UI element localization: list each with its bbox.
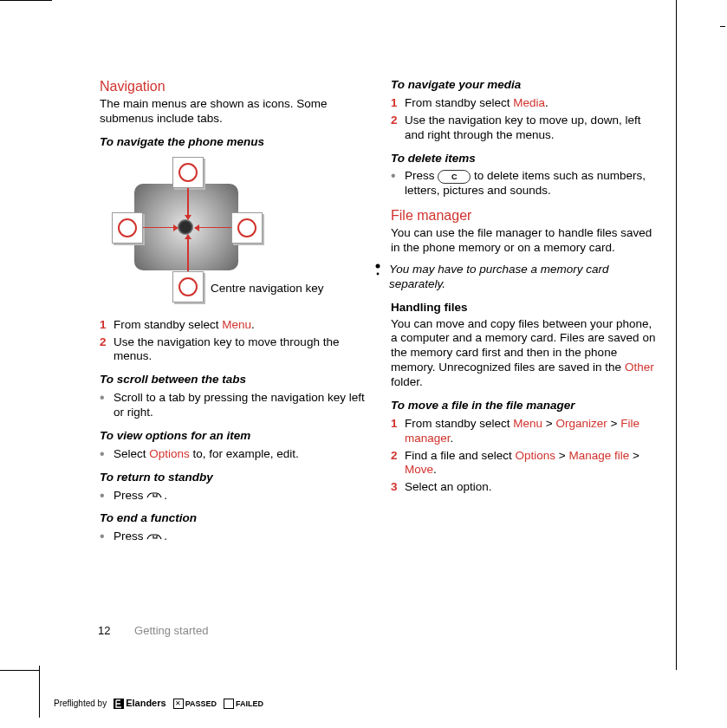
- step-number: 1: [391, 417, 398, 432]
- step-text: Use the navigation key to move through t…: [114, 335, 339, 363]
- handling-files-text: You can move and copy files between your…: [391, 317, 659, 390]
- text: folder.: [391, 375, 423, 388]
- step-text: Find a file and select Options > Manage …: [405, 449, 639, 477]
- centre-key-label: Centre navigation key: [211, 282, 324, 296]
- scroll-tabs-list: Scroll to a tab by pressing the navigati…: [100, 391, 368, 420]
- end-key-icon: [146, 491, 164, 500]
- arrow-down: [187, 235, 189, 271]
- arrow-up: [187, 188, 189, 219]
- text: Press: [405, 169, 438, 182]
- accent: Move: [405, 463, 433, 476]
- view-options-title: To view options for an item: [100, 429, 368, 444]
- elanders-logo: Elanders: [114, 698, 166, 710]
- step-text: Use the navigation key to move up, down,…: [405, 114, 640, 141]
- crop-mark-tr: [720, 26, 725, 27]
- step-text: Select an option.: [405, 480, 492, 493]
- navigate-phone-menus-title: To navigate the phone menus: [100, 135, 368, 150]
- list-item: Press .: [100, 530, 368, 544]
- delete-items-list: Press C to delete items such as numbers,…: [391, 169, 659, 198]
- page-footer: 12 Getting started: [98, 624, 208, 638]
- step-number: 2: [100, 335, 107, 350]
- step-number: 2: [391, 114, 398, 128]
- list-item: Scroll to a tab by pressing the navigati…: [100, 391, 368, 420]
- step-2: 2 Use the navigation key to move through…: [100, 335, 368, 365]
- info-icon: [373, 263, 382, 292]
- text: From standby select: [405, 417, 513, 430]
- navigation-intro: The main menus are shown as icons. Some …: [100, 97, 368, 127]
- svg-point-1: [377, 272, 380, 275]
- crop-mark-bl-v: [39, 666, 40, 718]
- view-options-list: Select Options to, for example, edit.: [100, 447, 368, 462]
- file-manager-heading: File manager: [391, 207, 659, 224]
- text: >: [629, 449, 639, 462]
- text: Press: [114, 530, 146, 543]
- step-number: 3: [391, 480, 398, 495]
- step-number: 2: [391, 449, 398, 464]
- accent: Manage file: [569, 449, 630, 462]
- text: .: [164, 530, 167, 543]
- c-key-icon: C: [438, 170, 471, 184]
- handling-files-title: Handling files: [391, 301, 659, 315]
- step-2: 2 Find a file and select Options > Manag…: [391, 449, 659, 478]
- navigate-media-title: To navigate your media: [391, 78, 659, 93]
- elanders-icon: [114, 699, 124, 709]
- crop-mark-tl: [0, 0, 52, 1]
- other-accent: Other: [625, 361, 654, 374]
- nav-right-icon: [231, 212, 263, 244]
- text: to, for example, edit.: [190, 447, 299, 460]
- text: .: [251, 318, 255, 331]
- arrow-left: [143, 227, 178, 229]
- step-text: From standby select Menu > Organizer > F…: [405, 417, 639, 445]
- page-content: Navigation The main menus are shown as i…: [100, 78, 663, 549]
- brand-text: Elanders: [126, 698, 166, 710]
- accent: Organizer: [555, 417, 607, 430]
- failed-indicator: FAILED: [224, 699, 263, 710]
- return-standby-title: To return to standby: [100, 471, 368, 485]
- end-function-list: Press .: [100, 530, 368, 544]
- svg-point-0: [376, 263, 380, 268]
- list-item: Select Options to, for example, edit.: [100, 447, 368, 462]
- text: .: [545, 96, 548, 109]
- nav-left-icon: [112, 212, 143, 244]
- step-1: 1 From standby select Menu > Organizer >…: [391, 417, 659, 446]
- nav-down-icon: [172, 271, 204, 302]
- file-manager-intro: You can use the file manager to handle f…: [391, 226, 659, 256]
- text: .: [433, 463, 437, 476]
- move-file-steps: 1 From standby select Menu > Organizer >…: [391, 417, 659, 495]
- end-key-icon: [146, 532, 164, 542]
- navigation-heading: Navigation: [100, 78, 368, 95]
- passed-indicator: ✕PASSED: [173, 699, 217, 710]
- failed-box-icon: [224, 699, 234, 709]
- text: >: [607, 417, 620, 430]
- preflight-by: Preflighted by: [54, 699, 107, 710]
- list-item: Press .: [100, 489, 368, 504]
- step-2: 2 Use the navigation key to move up, dow…: [391, 114, 659, 143]
- end-function-title: To end a function: [100, 511, 368, 526]
- return-standby-list: Press .: [100, 489, 368, 504]
- text: Press: [114, 489, 146, 502]
- text: .: [451, 432, 454, 445]
- navigate-menus-steps: 1 From standby select Menu. 2 Use the na…: [100, 318, 368, 365]
- media-accent: Media: [513, 96, 545, 109]
- list-item: Press C to delete items such as numbers,…: [391, 169, 659, 198]
- text: You can move and copy files between your…: [391, 317, 655, 374]
- accent: Menu: [513, 417, 542, 430]
- step-number: 1: [100, 318, 107, 333]
- options-accent: Options: [149, 447, 190, 460]
- centre-key-dot: [178, 219, 193, 235]
- move-file-title: To move a file in the file manager: [391, 399, 659, 413]
- crop-mark-bl-h: [0, 670, 39, 671]
- text: From standby select: [114, 318, 222, 331]
- left-column: Navigation The main menus are shown as i…: [100, 78, 368, 549]
- step-1: 1 From standby select Menu.: [100, 318, 368, 333]
- note-row: You may have to purchase a memory card s…: [373, 263, 659, 292]
- navigate-media-steps: 1 From standby select Media. 2 Use the n…: [391, 96, 659, 143]
- step-1: 1 From standby select Media.: [391, 96, 659, 111]
- right-column: To navigate your media 1 From standby se…: [391, 78, 659, 549]
- page-number: 12: [98, 624, 110, 637]
- step-number: 1: [391, 96, 398, 111]
- text: .: [164, 489, 167, 502]
- navigation-key-diagram: Centre navigation key: [100, 153, 325, 309]
- passed-box-icon: ✕: [173, 699, 184, 709]
- accent: Options: [516, 449, 556, 462]
